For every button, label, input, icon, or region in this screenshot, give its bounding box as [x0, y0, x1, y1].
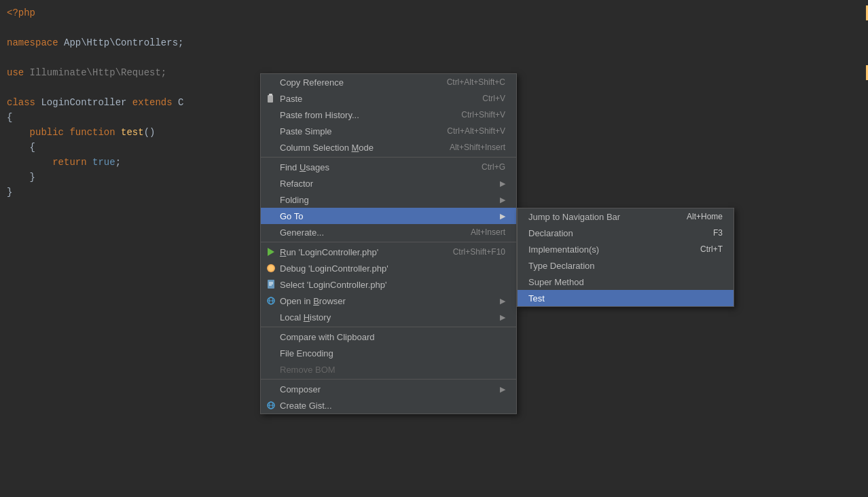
context-menu: Copy Reference Ctrl+Alt+Shift+C Paste Ct…	[260, 73, 517, 414]
menu-item-label: Run 'LoginController.php'	[280, 247, 439, 257]
select-file-icon	[265, 280, 277, 289]
menu-item-compare-clipboard[interactable]: Compare with Clipboard	[261, 329, 516, 345]
code-line	[0, 50, 868, 65]
code-text: {	[7, 142, 35, 153]
menu-item-label: Column Selection Mode	[280, 143, 436, 153]
menu-item-shortcut: Ctrl+Shift+V	[461, 110, 505, 119]
menu-item-remove-bom[interactable]: Remove BOM	[261, 361, 516, 378]
menu-item-select-file[interactable]: Select 'LoginController.php'	[261, 276, 516, 293]
menu-item-label: Paste Simple	[280, 126, 433, 136]
code-text	[7, 127, 30, 138]
code-text: return	[52, 157, 92, 168]
submenu-item-shortcut: F3	[713, 228, 723, 238]
submenu-arrow-icon: ▶	[500, 196, 505, 204]
submenu-item-test[interactable]: Test	[518, 290, 734, 306]
menu-item-label: File Encoding	[280, 348, 505, 358]
submenu-item-label: Test	[528, 293, 709, 303]
menu-item-label: Generate...	[280, 227, 457, 238]
code-text: ;	[115, 157, 121, 168]
menu-item-shortcut: Ctrl+Alt+Shift+C	[447, 77, 505, 87]
create-gist-icon	[265, 401, 277, 409]
menu-item-label: Local History	[280, 312, 494, 323]
menu-item-label: Folding	[280, 195, 494, 205]
paste-icon	[265, 94, 277, 103]
code-text: }	[7, 172, 35, 183]
code-text: Illuminate\Http\Request;	[30, 67, 167, 78]
submenu-item-label: Type Declaration	[528, 261, 709, 271]
code-text: function	[69, 127, 121, 138]
menu-item-label: Find Usages	[280, 162, 468, 172]
menu-item-run[interactable]: Run 'LoginController.php' Ctrl+Shift+F10	[261, 244, 516, 260]
menu-item-paste-simple[interactable]: Paste Simple Ctrl+Alt+Shift+V	[261, 123, 516, 139]
open-browser-icon	[265, 297, 277, 305]
menu-item-find-usages[interactable]: Find Usages Ctrl+G	[261, 159, 516, 175]
menu-item-label: Paste	[280, 94, 469, 104]
submenu-item-type-declaration[interactable]: Type Declaration	[518, 257, 734, 274]
menu-item-shortcut: Ctrl+G	[482, 162, 505, 172]
menu-separator	[261, 242, 516, 242]
menu-item-go-to[interactable]: Go To ▶ Jump to Navigation Bar Alt+Home …	[261, 208, 516, 224]
menu-item-composer[interactable]: Composer ▶	[261, 381, 516, 397]
submenu-item-label: Super Method	[528, 277, 709, 287]
code-text	[7, 157, 52, 168]
code-text: }	[7, 187, 12, 198]
menu-item-label: Refactor	[280, 179, 494, 189]
svg-rect-1	[269, 94, 272, 96]
code-text: public	[30, 127, 70, 138]
menu-item-local-history[interactable]: Local History ▶	[261, 309, 516, 325]
menu-item-label: Remove BOM	[280, 365, 505, 375]
menu-item-shortcut: Ctrl+Shift+F10	[453, 247, 505, 257]
code-text: <?php	[7, 7, 35, 18]
menu-item-open-browser[interactable]: Open in Browser ▶	[261, 293, 516, 309]
code-text: class	[7, 97, 41, 108]
menu-separator	[261, 327, 516, 327]
svg-rect-0	[268, 95, 273, 103]
submenu-item-shortcut: Alt+Home	[687, 212, 723, 221]
submenu-item-super-method[interactable]: Super Method	[518, 274, 734, 290]
submenu-item-implementations[interactable]: Implementation(s) Ctrl+T	[518, 241, 734, 257]
code-text: {	[7, 112, 12, 123]
menu-item-label: Open in Browser	[280, 296, 494, 306]
menu-item-shortcut: Alt+Shift+Insert	[450, 143, 505, 152]
menu-item-copy-reference[interactable]: Copy Reference Ctrl+Alt+Shift+C	[261, 74, 516, 90]
code-text: namespace	[7, 37, 64, 48]
menu-item-paste[interactable]: Paste Ctrl+V	[261, 90, 516, 107]
menu-item-refactor[interactable]: Refactor ▶	[261, 175, 516, 191]
menu-item-label: Go To	[280, 211, 494, 221]
submenu-arrow-icon: ▶	[500, 179, 505, 188]
menu-item-debug[interactable]: Debug 'LoginController.php'	[261, 260, 516, 276]
code-text: App\Http\Controllers;	[64, 37, 183, 48]
submenu-item-label: Implementation(s)	[528, 244, 687, 255]
menu-item-label: Composer	[280, 384, 494, 394]
code-text: test	[121, 127, 144, 138]
debug-icon	[265, 264, 277, 272]
menu-item-generate[interactable]: Generate... Alt+Insert	[261, 224, 516, 240]
submenu-item-jump-nav[interactable]: Jump to Navigation Bar Alt+Home	[518, 208, 734, 225]
menu-item-label: Select 'LoginController.php'	[280, 280, 505, 290]
run-icon	[265, 248, 277, 256]
menu-item-label: Debug 'LoginController.php'	[280, 263, 505, 274]
code-text: LoginController	[41, 97, 132, 108]
submenu-item-shortcut: Ctrl+T	[700, 244, 723, 254]
menu-item-paste-history[interactable]: Paste from History... Ctrl+Shift+V	[261, 107, 516, 123]
code-text: use	[7, 67, 30, 78]
submenu-arrow-icon: ▶	[500, 212, 505, 221]
submenu-item-declaration[interactable]: Declaration F3	[518, 225, 734, 241]
menu-item-shortcut: Alt+Insert	[471, 227, 505, 237]
code-line: namespace App\Http\Controllers;	[0, 35, 868, 50]
menu-item-label: Compare with Clipboard	[280, 332, 505, 342]
submenu-arrow-icon: ▶	[500, 385, 505, 394]
code-text: ()	[144, 127, 156, 138]
submenu-arrow-icon: ▶	[500, 297, 505, 306]
menu-item-column-selection[interactable]: Column Selection Mode Alt+Shift+Insert	[261, 139, 516, 155]
menu-separator	[261, 379, 516, 380]
menu-item-file-encoding[interactable]: File Encoding	[261, 345, 516, 361]
submenu-arrow-icon: ▶	[500, 313, 505, 322]
code-text: true	[92, 157, 115, 168]
menu-item-folding[interactable]: Folding ▶	[261, 191, 516, 208]
submenu-item-label: Jump to Navigation Bar	[528, 212, 673, 222]
menu-item-create-gist[interactable]: Create Gist...	[261, 397, 516, 413]
code-text: C	[178, 97, 183, 108]
submenu-item-label: Declaration	[528, 228, 700, 238]
menu-item-label: Create Gist...	[280, 401, 505, 411]
